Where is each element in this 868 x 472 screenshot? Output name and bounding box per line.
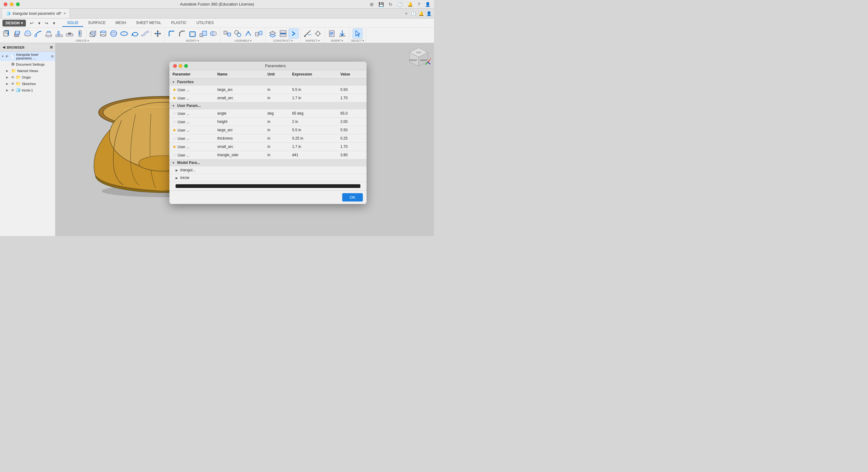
drive-joints-tool[interactable] — [233, 29, 243, 38]
nav-cube[interactable]: TOP RIGHT FRONT Z — [406, 46, 431, 71]
canvas-area[interactable]: TOP RIGHT FRONT Z — [56, 43, 434, 236]
midplane-tool[interactable] — [278, 29, 288, 38]
redo-button[interactable]: ↪ — [43, 20, 50, 27]
name-large-arc-fav[interactable]: large_arc — [214, 86, 265, 94]
browser-named-views[interactable]: ▶ 📁 Named Views — [0, 67, 55, 74]
help-icon[interactable]: ? — [418, 2, 420, 7]
section-favorites[interactable]: ▼ Favorites — [169, 79, 367, 86]
notification-icon[interactable]: 🔔 — [407, 2, 413, 7]
dialog-max-btn[interactable] — [184, 64, 188, 68]
sweep-tool[interactable] — [33, 29, 43, 38]
origin-eye-icon[interactable]: 👁 — [11, 76, 14, 79]
minimize-button[interactable] — [10, 2, 13, 6]
user-params-collapse-arrow[interactable]: ▼ — [172, 104, 175, 108]
scale-tool[interactable] — [198, 29, 208, 38]
rib-tool[interactable] — [54, 29, 64, 38]
coil-tool[interactable] — [130, 29, 140, 38]
insert-mcmaster-tool[interactable] — [327, 29, 337, 38]
tab-surface[interactable]: SURFACE — [83, 20, 111, 27]
trircle-arrow[interactable]: ▶ — [176, 176, 178, 180]
name-small-arc-fav[interactable]: small_arc — [214, 94, 265, 102]
triangul-arrow[interactable]: ▶ — [176, 169, 178, 172]
browser-doc-settings[interactable]: ⚙ Document Settings — [0, 61, 55, 67]
thread-tool[interactable] — [75, 29, 85, 38]
close-button[interactable] — [4, 2, 7, 6]
star-height[interactable]: ☆ User ... — [169, 118, 214, 126]
inspect-more[interactable] — [313, 29, 323, 38]
name-angle[interactable]: angle — [214, 109, 265, 118]
favorites-collapse-arrow[interactable]: ▼ — [172, 81, 175, 84]
shell-tool[interactable] — [188, 29, 197, 38]
tab-close-button[interactable]: ✕ — [63, 12, 66, 15]
expr-thickness[interactable]: 0.25 in — [289, 134, 337, 143]
tab-clock-icon[interactable]: 🕐 — [411, 11, 416, 16]
measure-tool[interactable]: ⟵ — [303, 29, 312, 38]
named-views-arrow[interactable]: ▶ — [6, 69, 10, 72]
fillet-tool[interactable] — [167, 29, 177, 38]
insert-more[interactable] — [337, 29, 347, 38]
expr-small-arc[interactable]: 1.7 in — [289, 143, 337, 151]
tab-user-icon[interactable]: 👤 — [426, 11, 432, 16]
chamfer-tool[interactable] — [177, 29, 187, 38]
trircle-eye-icon[interactable]: 👁 — [11, 88, 14, 92]
eye-icon[interactable]: 👁 — [5, 55, 9, 58]
dialog-min-btn[interactable] — [179, 64, 182, 68]
document-tab[interactable]: 🧊 triangular bowl parametric v8* ✕ — [2, 9, 70, 18]
save-icon[interactable]: 💾 — [378, 2, 384, 7]
joint-tool[interactable] — [222, 29, 232, 38]
browser-collapse-right[interactable]: ⊠ — [50, 45, 53, 49]
name-triangle-side[interactable]: triangle_side — [214, 151, 265, 159]
design-dropdown[interactable]: DESIGN ▾ — [2, 20, 26, 27]
tab-solid[interactable]: SOLID — [62, 20, 83, 27]
trircle-arrow[interactable]: ▶ — [6, 89, 10, 92]
name-thickness[interactable]: thickness — [214, 134, 265, 143]
torus-tool[interactable] — [119, 29, 129, 38]
construct-chevron[interactable] — [289, 29, 299, 38]
browser-root-item[interactable]: ▼ 👁 📄 triangular bowl parametric ... ⚙ — [0, 52, 55, 61]
select-tool[interactable] — [353, 29, 363, 38]
section-model-params[interactable]: ▼ Model Para... — [169, 159, 367, 166]
maximize-button[interactable] — [16, 2, 20, 6]
undo-dropdown[interactable]: ▾ — [36, 20, 42, 27]
cylinder-tool[interactable] — [98, 29, 108, 38]
new-component-tool[interactable] — [2, 29, 12, 38]
expr-small-arc-fav[interactable]: 1.7 in — [289, 94, 337, 102]
tab-utilities[interactable]: UTILITIES — [192, 20, 219, 27]
sphere-tool[interactable] — [109, 29, 119, 38]
clock-icon[interactable]: 🕐 — [397, 2, 403, 7]
grid-icon[interactable]: ⊞ — [370, 2, 374, 7]
revolve-tool[interactable] — [23, 29, 33, 38]
refresh-icon[interactable]: ↻ — [389, 2, 393, 7]
sketches-arrow[interactable]: ▶ — [6, 82, 10, 85]
combine-tool[interactable] — [209, 29, 218, 38]
pipe-tool[interactable] — [140, 29, 150, 38]
browser-origin[interactable]: ▶ 👁 📁 Origin — [0, 74, 55, 81]
name-small-arc[interactable]: small_arc — [214, 143, 265, 151]
box-tool[interactable] — [88, 29, 98, 38]
star-small-arc[interactable]: ★ User ... — [169, 143, 214, 151]
offset-plane-tool[interactable] — [268, 29, 278, 38]
ok-button[interactable]: OK — [342, 193, 363, 202]
expr-large-arc-fav[interactable]: 5.5 in — [289, 86, 337, 94]
browser-sketches[interactable]: ▶ 👁 📁 Sketches — [0, 81, 55, 87]
settings-icon[interactable]: ⚙ — [51, 55, 54, 59]
name-large-arc[interactable]: large_arc — [214, 126, 265, 134]
tab-sheet-metal[interactable]: SHEET METAL — [131, 20, 166, 27]
sketches-eye-icon[interactable]: 👁 — [11, 82, 14, 86]
star-triangle-side[interactable]: ☆ User ... — [169, 151, 214, 159]
motion-link-tool[interactable] — [243, 29, 253, 38]
tab-mesh[interactable]: MESH — [111, 20, 131, 27]
name-height[interactable]: height — [214, 118, 265, 126]
origin-arrow[interactable]: ▶ — [6, 76, 10, 79]
model-params-collapse-arrow[interactable]: ▼ — [172, 161, 175, 165]
loft-tool[interactable] — [44, 29, 54, 38]
star-angle[interactable]: ☆ User ... — [169, 109, 214, 118]
expr-triangle-side[interactable]: d41 — [289, 151, 337, 159]
expr-large-arc[interactable]: 5.5 in — [289, 126, 337, 134]
dialog-scrollbar[interactable] — [176, 184, 361, 188]
browser-trircle[interactable]: ▶ 👁 🧊 trircle:1 — [0, 87, 55, 93]
new-tab-button[interactable]: ＋ — [404, 11, 408, 16]
contact-sets-tool[interactable] — [254, 29, 264, 38]
undo-button[interactable]: ↩ — [28, 20, 35, 27]
expr-angle[interactable]: 65 deg — [289, 109, 337, 118]
